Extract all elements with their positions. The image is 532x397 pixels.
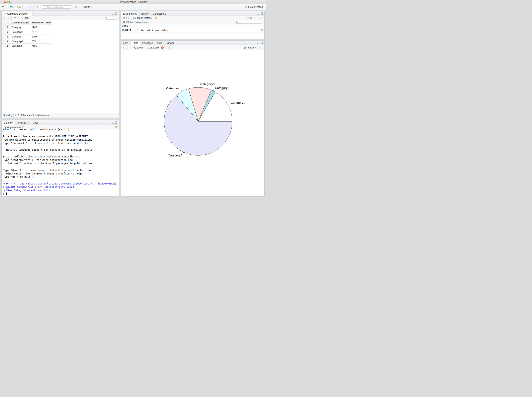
expand-object-icon[interactable] [122, 29, 125, 32]
table-row[interactable]: 2Category2237 [2, 30, 52, 34]
minimize-pane-icon[interactable] [257, 42, 259, 44]
minimize-pane-icon[interactable] [257, 13, 259, 15]
project-caret-icon: ▾ [264, 6, 264, 8]
import-dataset-button[interactable]: Import Dataset ▾ [133, 16, 154, 20]
maximize-pane-icon[interactable] [115, 12, 117, 15]
popout-window-icon[interactable] [13, 17, 16, 19]
tab-help[interactable]: Help [155, 41, 165, 45]
clear-console-broom-icon[interactable] [115, 126, 117, 128]
filter-button[interactable]: Filter [20, 16, 30, 20]
pane-layout-button[interactable]: ▾ [74, 5, 80, 9]
goto-file-function-input[interactable] [47, 6, 69, 8]
forward-icon[interactable] [7, 17, 10, 19]
environment-object-row[interactable]: DATA 5 obs. of 2 variables [121, 28, 264, 32]
close-tab-icon[interactable]: × [29, 13, 30, 15]
environment-toolbar: Import Dataset ▾ List ▾ ▾ [121, 16, 264, 20]
tab-viewer[interactable]: Viewer [164, 41, 176, 45]
table-cell: Category5 [10, 43, 30, 48]
zoom-plot-button[interactable]: Zoom [133, 46, 143, 50]
tab-packages[interactable]: Packages [140, 41, 155, 45]
minimize-pane-icon[interactable] [112, 13, 114, 15]
row-number-cell: 4 [2, 39, 10, 43]
print-button[interactable] [35, 5, 39, 9]
tab-connections[interactable]: Connections [151, 12, 169, 16]
console-output[interactable]: Platform: x86_64-apple-darwin15.6.0 (64-… [2, 128, 119, 195]
remove-plot-button[interactable] [160, 46, 164, 50]
table-row[interactable]: 1Category11965 [2, 25, 52, 30]
table-cell: 1965 [30, 25, 52, 30]
previous-plot-icon[interactable] [122, 46, 125, 49]
new-project-button[interactable]: R [9, 5, 14, 9]
list-view-button[interactable]: List ▾ [245, 16, 254, 20]
table-cell: Category2 [10, 30, 30, 34]
data-viewer-table: ▲ Category.Name Number.of.Times 1Categor… [2, 20, 52, 48]
environment-search-input[interactable] [239, 21, 262, 23]
clear-environment-broom-icon[interactable] [155, 17, 158, 19]
refresh-plot-icon[interactable] [260, 46, 263, 49]
publish-caret-icon: ▾ [255, 47, 256, 48]
data-viewer-search-box[interactable] [104, 17, 117, 20]
pie-label-Category2: Category2 [215, 86, 229, 90]
save-icon [24, 6, 27, 9]
search-icon [236, 21, 238, 24]
column-header-number-of-times[interactable]: Number.of.Times [30, 20, 52, 25]
import-dataset-label: Import Dataset [137, 17, 152, 19]
refresh-environment-button[interactable]: ▾ [258, 16, 263, 20]
svg-text:R: R [246, 6, 247, 8]
table-row[interactable]: 4Category4759 [2, 39, 52, 43]
export-caret-icon: ▾ [158, 47, 159, 48]
save-button[interactable] [24, 5, 28, 9]
close-tab-icon[interactable]: × [27, 122, 29, 124]
console-cursor[interactable] [6, 192, 7, 195]
maximize-pane-icon[interactable] [260, 42, 263, 44]
load-workspace-folder-icon[interactable] [122, 17, 125, 19]
console-output-line [3, 131, 119, 135]
tab-environment[interactable]: Environment [121, 12, 139, 16]
table-cell: Category4 [10, 39, 30, 43]
next-plot-icon[interactable] [126, 46, 129, 49]
tab-plots[interactable]: Plots [130, 41, 140, 45]
environment-search-box[interactable] [235, 21, 263, 24]
tab-files[interactable]: Files [121, 41, 130, 45]
minimize-pane-icon[interactable] [112, 122, 114, 124]
remove-plot-icon [161, 46, 164, 49]
data-viewer-search-input[interactable] [108, 17, 116, 19]
data-frame-icon [4, 13, 6, 15]
row-number-header[interactable]: ▲ [2, 20, 10, 25]
tab-command-lengths[interactable]: Command Lengths × [2, 12, 32, 16]
new-file-button[interactable]: ▾ [2, 5, 7, 9]
list-view-icon [246, 17, 248, 19]
back-icon[interactable] [3, 17, 6, 19]
table-row[interactable]: 5Category57559 [2, 43, 52, 48]
environment-scope-label[interactable]: Global Environment [126, 21, 147, 24]
filter-label: Filter [24, 17, 29, 19]
publish-plot-button[interactable]: Publish ▾ [243, 46, 256, 50]
console-input-line: > DATA <- read.table("/Users/lsalazar/co… [3, 182, 119, 186]
new-project-icon: R [10, 6, 13, 9]
table-cell: 7559 [30, 43, 52, 48]
tab-history[interactable]: History [139, 12, 151, 16]
zoom-magnifier-icon [133, 46, 136, 49]
export-plot-button[interactable]: Export ▾ [147, 46, 159, 50]
project-name-label: r-visualization [248, 6, 263, 8]
tab-terminal[interactable]: Terminal× [15, 121, 31, 125]
column-header-category-name[interactable]: Category.Name [10, 20, 30, 25]
maximize-pane-icon[interactable] [260, 12, 263, 15]
pie-label-tick [183, 152, 184, 154]
tab-console[interactable]: Console [2, 121, 15, 125]
tab-jobs[interactable]: Jobs× [31, 121, 43, 125]
save-workspace-icon[interactable] [126, 17, 129, 19]
addins-button[interactable]: Addins ▾ [82, 5, 92, 9]
environment-pane: Environment History Connections Import D… [121, 11, 265, 40]
close-tab-icon[interactable]: × [40, 122, 41, 124]
data-viewer-toolbar: Filter [2, 16, 119, 20]
table-row[interactable]: 3Category31293 [2, 34, 52, 39]
pie-label-Category4: Category4 [166, 87, 181, 90]
save-all-button[interactable] [28, 5, 32, 9]
maximize-pane-icon[interactable] [115, 121, 117, 124]
goto-file-function-box[interactable] [42, 6, 71, 9]
view-data-frame-icon[interactable] [260, 29, 263, 32]
open-file-button[interactable]: ▾ [16, 5, 22, 9]
clear-all-plots-broom-icon[interactable] [168, 46, 171, 49]
project-menu-button[interactable]: R r-visualization ▾ [245, 6, 264, 8]
